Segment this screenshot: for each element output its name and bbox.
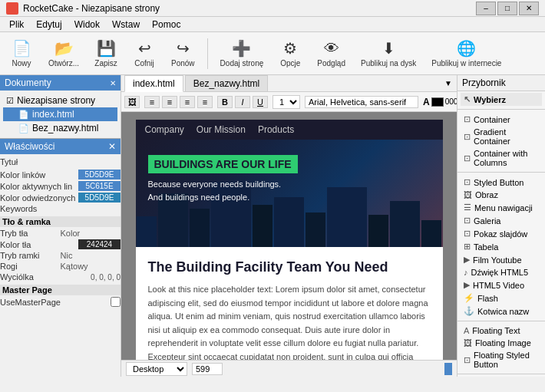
toolbox-gradient-container[interactable]: ⊡ Gradient Container xyxy=(461,126,542,147)
properties-close-button[interactable]: ✕ xyxy=(108,141,116,152)
toolbox-columns-container[interactable]: ⊡ Container with Columns xyxy=(461,147,542,169)
toolbox-floating-text[interactable]: A Floating Text xyxy=(461,324,542,337)
underline-button[interactable]: U xyxy=(253,96,268,108)
gallery-icon: ⊡ xyxy=(464,216,471,226)
toolbox-film-youtube[interactable]: ▶ Film Youtube xyxy=(461,253,542,266)
tab-bar: index.html Bez_nazwy.html ▼ xyxy=(121,75,457,92)
toolbox-styled-button[interactable]: ⊡ Styled Button xyxy=(461,176,542,189)
width-input[interactable] xyxy=(192,363,223,375)
align-left-button[interactable]: ≡ xyxy=(144,96,160,108)
open-button[interactable]: 📂 Otwórz... xyxy=(43,35,84,72)
bold-button[interactable]: B xyxy=(217,96,233,108)
hero-text: BUILDINGS ARE OUR LIFE Because everyone … xyxy=(148,155,298,203)
color-swatch[interactable] xyxy=(431,97,444,107)
toolbox-kotwica[interactable]: ⚓ Kotwica nazw xyxy=(461,305,542,318)
documents-close-button[interactable]: ✕ xyxy=(110,79,116,87)
toolbox-floating-section: A Floating Text 🖼 Floating Image ⊡ Float… xyxy=(457,323,545,372)
toolbox-container[interactable]: ⊡ Container xyxy=(461,113,542,126)
gradient-container-icon: ⊡ xyxy=(464,132,471,142)
page-icon-2: 📄 xyxy=(18,124,29,133)
doc-item-bezNazwy[interactable]: 📄 Bez_nazwy.html xyxy=(3,121,117,135)
minimize-button[interactable]: – xyxy=(476,2,496,15)
floating-text-icon: A xyxy=(464,326,469,335)
format-icon-btn[interactable]: 🖼 xyxy=(124,96,140,108)
hero-section: BUILDINGS ARE OUR LIFE Because everyone … xyxy=(136,140,443,247)
nav-our-mission[interactable]: Our Mission xyxy=(197,124,246,135)
format-bar: 🖼 ≡ ≡ ≡ ≡ B I U 10 12 14 16 18 24 A xyxy=(121,92,457,112)
content-body: Look at this nice placeholder text: Lore… xyxy=(148,283,431,360)
italic-button[interactable]: I xyxy=(235,96,250,108)
toolbox-html5-video[interactable]: ▶ HTML5 Video xyxy=(461,278,542,292)
toolbox-sep-1 xyxy=(457,109,545,110)
styled-button-icon: ⊡ xyxy=(464,177,471,187)
preview-button[interactable]: 👁 Podgląd xyxy=(312,35,351,72)
toolbox-floating-styled-button[interactable]: ⊡ Floating Styled Button xyxy=(461,349,542,371)
save-icon: 💾 xyxy=(97,39,116,58)
use-master-checkbox[interactable] xyxy=(111,297,121,307)
slideshow-icon: ⊡ xyxy=(464,229,471,239)
options-button[interactable]: ⚙ Opcje xyxy=(273,35,307,72)
addpage-icon: ➕ xyxy=(232,39,251,58)
toolbox-sep-4 xyxy=(457,374,545,374)
maximize-button[interactable]: □ xyxy=(497,2,517,15)
tab-scroll-arrow[interactable]: ▼ xyxy=(443,77,454,89)
menu-edytuj[interactable]: Edytuj xyxy=(30,18,68,31)
font-family-input[interactable] xyxy=(305,96,418,108)
prop-tryb-tla: Tryb tła Kolor xyxy=(0,229,121,238)
toolbox-containers-section: ⊡ Container ⊡ Gradient Container ⊡ Conta… xyxy=(457,111,545,170)
tab-bezNazwy[interactable]: Bez_nazwy.html xyxy=(185,75,268,91)
nav-company[interactable]: Company xyxy=(145,124,184,135)
toolbox-floating-image[interactable]: 🖼 Floating Image xyxy=(461,337,542,349)
toolbox-flash[interactable]: ⚡ Flash xyxy=(461,292,542,305)
prop-kolor-aktywnych: Kolor aktywnych lin 5C615E xyxy=(0,181,121,191)
properties-section: Właściwości ✕ Tytuł Kolor linków 5D5D9E … xyxy=(0,138,121,377)
menu-widok[interactable]: Widok xyxy=(68,18,106,31)
prop-tryb-ramki: Tryb ramki Nic xyxy=(0,251,121,260)
checkbox-icon: ☑ xyxy=(6,96,14,106)
new-button[interactable]: 📄 Nowy xyxy=(5,35,38,72)
document-list: ☑ Niezapisane strony 📄 index.html 📄 Bez_… xyxy=(0,91,121,138)
addpage-button[interactable]: ➕ Dodaj stronę xyxy=(215,35,269,72)
open-icon: 📂 xyxy=(54,39,74,58)
menu-pomoc[interactable]: Pomoc xyxy=(146,18,187,31)
redo-button[interactable]: ↪ Ponów xyxy=(166,35,200,72)
align-right-button[interactable]: ≡ xyxy=(180,96,195,108)
publish-disk-button[interactable]: ⬇ Publikuj na dysk xyxy=(355,35,421,72)
menu-plik[interactable]: Plik xyxy=(3,18,30,31)
page-icon: 📄 xyxy=(18,110,29,120)
align-center-button[interactable]: ≡ xyxy=(162,96,177,108)
prop-kolor-tla: Kolor tła 242424 xyxy=(0,239,121,249)
prop-section-master: Master Page xyxy=(0,285,121,295)
video-icon: ▶ xyxy=(464,280,470,290)
new-icon: 📄 xyxy=(12,39,31,58)
youtube-icon: ▶ xyxy=(464,255,470,265)
toolbox-wybierz[interactable]: ↖ Wybierz xyxy=(461,93,542,106)
color-picker[interactable]: A 000000 xyxy=(423,97,457,107)
options-icon: ⚙ xyxy=(283,39,297,58)
undo-button[interactable]: ↩ Cofnij xyxy=(127,35,161,72)
save-button[interactable]: 💾 Zapisz xyxy=(89,35,123,72)
toolbox-galeria[interactable]: ⊡ Galeria xyxy=(461,214,542,227)
menu-wstaw[interactable]: Wstaw xyxy=(106,18,146,31)
nav-products[interactable]: Products xyxy=(258,124,294,135)
viewport-select[interactable]: Desktop xyxy=(126,362,187,376)
toolbox-select-section: ↖ Wybierz xyxy=(457,91,545,107)
font-size-select[interactable]: 10 12 14 16 18 24 xyxy=(272,95,300,109)
toolbox-dzwiek-html5[interactable]: ♪ Dźwięk HTML5 xyxy=(461,266,542,278)
tab-index[interactable]: index.html xyxy=(124,75,183,92)
doc-item-root[interactable]: ☑ Niezapisane strony xyxy=(3,94,117,107)
prop-use-master[interactable]: UseMasterPage xyxy=(0,297,121,307)
publish-web-button[interactable]: 🌐 Publikuj w internecie xyxy=(426,35,507,72)
container-icon: ⊡ xyxy=(464,114,471,124)
doc-item-index[interactable]: 📄 index.html xyxy=(3,107,117,121)
color-label: A xyxy=(423,97,430,107)
close-button[interactable]: ✕ xyxy=(519,2,539,15)
canvas-area[interactable]: Company Our Mission Products xyxy=(121,112,457,360)
toolbox-menu-nawigacji[interactable]: ☰ Menu nawigacji xyxy=(461,201,542,214)
toolbox-obraz[interactable]: 🖼 Obraz xyxy=(461,189,542,201)
toolbox-pokaz-slajdow[interactable]: ⊡ Pokaz slajdów xyxy=(461,227,542,240)
toolbox-elements-section: ⊡ Styled Button 🖼 Obraz ☰ Menu nawigacji… xyxy=(457,174,545,319)
documents-section: Dokumenty ✕ ☑ Niezapisane strony 📄 index… xyxy=(0,75,121,138)
toolbox-tabela[interactable]: ⊞ Tabela xyxy=(461,240,542,253)
align-justify-button[interactable]: ≡ xyxy=(197,96,213,108)
